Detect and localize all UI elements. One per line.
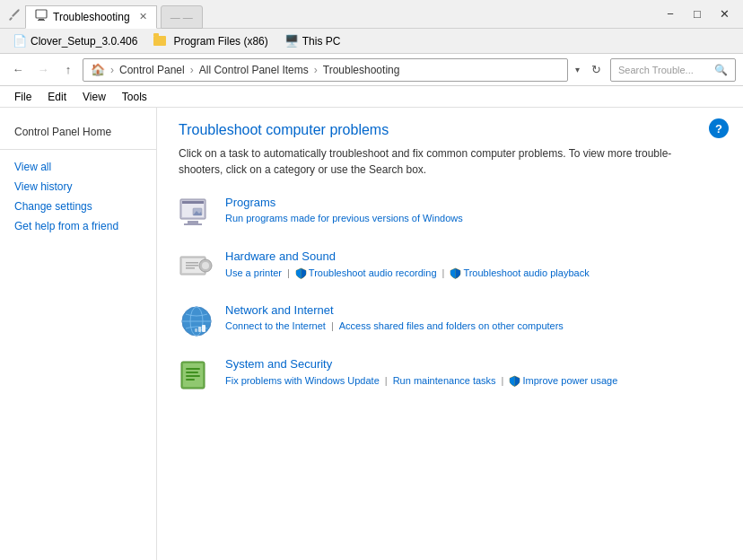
sidebar: Control Panel Home View all View history… <box>0 108 157 560</box>
security-title[interactable]: System and Security <box>225 357 721 371</box>
menu-view[interactable]: View <box>75 89 113 105</box>
bookmark-clover-label: Clover_Setup_3.0.406 <box>31 35 137 48</box>
page-description: Click on a task to automatically trouble… <box>179 145 681 178</box>
menu-file[interactable]: File <box>7 89 39 105</box>
security-info: System and Security Fix problems with Wi… <box>225 357 721 387</box>
category-network: Network and Internet Connect to the Inte… <box>179 303 721 339</box>
address-bar: ← → ↑ 🏠 › Control Panel › All Control Pa… <box>0 54 743 86</box>
menu-tools[interactable]: Tools <box>115 89 154 105</box>
network-link-0[interactable]: Connect to the Internet <box>225 320 326 331</box>
window-controls: − □ ✕ <box>659 3 736 26</box>
refresh-button[interactable]: ↻ <box>585 59 607 81</box>
network-links: Connect to the Internet | Access shared … <box>225 320 721 331</box>
programs-title[interactable]: Programs <box>225 196 721 209</box>
forward-button[interactable]: → <box>32 59 54 81</box>
tab-label: Troubleshooting <box>53 11 130 23</box>
breadcrumb-1: Control Panel <box>119 64 185 76</box>
sidebar-view-history[interactable]: View history <box>0 177 156 197</box>
hardware-info: Hardware and Sound Use a printer | Troub… <box>225 249 721 279</box>
breadcrumb-3: Troubleshooting <box>323 64 400 76</box>
svg-rect-15 <box>186 262 198 264</box>
address-home-icon: 🏠 <box>91 63 105 76</box>
restore-button[interactable]: □ <box>686 3 709 26</box>
minimize-button[interactable]: − <box>659 3 682 26</box>
svg-rect-29 <box>186 375 200 377</box>
sidebar-home-label: Control Panel Home <box>14 126 111 138</box>
svg-rect-28 <box>186 372 198 373</box>
hardware-sep-1: | <box>287 267 290 278</box>
close-button[interactable]: ✕ <box>712 3 736 26</box>
hardware-shield-2 <box>450 267 463 279</box>
svg-rect-24 <box>195 328 197 332</box>
address-right: ▾ ↻ <box>572 59 607 81</box>
svg-rect-1 <box>36 10 47 18</box>
svg-rect-17 <box>186 267 195 269</box>
title-bar: Troubleshooting ✕ — — − □ ✕ <box>0 0 743 29</box>
inactive-tab[interactable]: — — <box>161 5 203 29</box>
svg-rect-8 <box>184 223 202 225</box>
hardware-link-0[interactable]: Use a printer <box>225 267 282 278</box>
hardware-icon <box>179 249 214 285</box>
security-link-2[interactable]: Improve power usage <box>522 375 617 386</box>
breadcrumb-sep-1: › <box>110 64 114 76</box>
window-icon <box>7 7 22 22</box>
sidebar-divider-1 <box>0 149 156 150</box>
hardware-title[interactable]: Hardware and Sound <box>225 249 721 263</box>
search-placeholder: Search Trouble... <box>618 65 694 75</box>
programs-link-0[interactable]: Run programs made for previous versions … <box>225 213 463 223</box>
tab-close-button[interactable]: ✕ <box>139 11 147 22</box>
search-box[interactable]: Search Trouble... 🔍 <box>610 58 736 82</box>
menu-bar: File Edit View Tools <box>0 86 743 108</box>
svg-rect-23 <box>198 327 201 332</box>
address-field[interactable]: 🏠 › Control Panel › All Control Panel It… <box>83 58 568 82</box>
hardware-shield-1 <box>295 267 309 279</box>
hardware-link-2[interactable]: Troubleshoot audio playback <box>463 267 589 278</box>
security-link-1[interactable]: Run maintenance tasks <box>393 375 496 386</box>
security-link-0[interactable]: Fix problems with Windows Update <box>225 375 380 386</box>
svg-rect-30 <box>186 379 195 381</box>
category-hardware: Hardware and Sound Use a printer | Troub… <box>179 249 721 285</box>
active-tab[interactable]: Troubleshooting ✕ <box>25 5 157 29</box>
svg-rect-7 <box>188 221 198 223</box>
network-icon <box>179 303 214 339</box>
security-links: Fix problems with Windows Update | Run m… <box>225 374 721 387</box>
category-security: System and Security Fix problems with Wi… <box>179 357 721 393</box>
breadcrumb-sep-2: › <box>190 64 194 76</box>
network-title[interactable]: Network and Internet <box>225 303 721 317</box>
security-sep-2: | <box>502 375 504 386</box>
breadcrumb-sep-3: › <box>314 64 318 76</box>
file-icon: 📄 <box>13 34 27 48</box>
hardware-links: Use a printer | Troubleshoot audio recor… <box>225 267 721 279</box>
bookmark-program-files-label: Program Files (x86) <box>173 35 267 48</box>
svg-rect-27 <box>186 368 200 370</box>
security-sep-1: | <box>385 375 388 386</box>
tab-icon <box>35 9 48 24</box>
bookmark-clover[interactable]: 📄 Clover_Setup_3.0.406 <box>7 32 143 49</box>
search-icon: 🔍 <box>714 64 728 76</box>
programs-links: Run programs made for previous versions … <box>225 213 721 223</box>
bookmark-this-pc[interactable]: 🖥️ This PC <box>279 32 346 49</box>
sidebar-get-help[interactable]: Get help from a friend <box>0 216 156 236</box>
back-button[interactable]: ← <box>7 59 29 81</box>
hardware-link-1[interactable]: Troubleshoot audio recording <box>309 267 437 278</box>
security-shield <box>509 374 522 387</box>
content-area: ? Troubleshoot computer problems Click o… <box>157 108 743 560</box>
programs-icon <box>179 196 214 232</box>
bookmarks-bar: 📄 Clover_Setup_3.0.406 Program Files (x8… <box>0 29 743 54</box>
network-link-1[interactable]: Access shared files and folders on other… <box>339 320 564 331</box>
hardware-sep-2: | <box>442 267 445 278</box>
main-layout: Control Panel Home View all View history… <box>0 108 743 560</box>
svg-rect-6 <box>182 201 204 204</box>
help-button[interactable]: ? <box>709 118 729 138</box>
sidebar-change-settings[interactable]: Change settings <box>0 197 156 216</box>
menu-edit[interactable]: Edit <box>40 89 74 105</box>
security-icon <box>179 357 214 393</box>
folder-icon <box>153 36 166 46</box>
bookmark-program-files[interactable]: Program Files (x86) <box>148 33 273 49</box>
network-info: Network and Internet Connect to the Inte… <box>225 303 721 331</box>
up-button[interactable]: ↑ <box>57 59 79 81</box>
address-dropdown[interactable]: ▾ <box>572 65 583 74</box>
page-title: Troubleshoot computer problems <box>179 122 721 138</box>
sidebar-control-panel-home[interactable]: Control Panel Home <box>0 118 156 142</box>
sidebar-view-all[interactable]: View all <box>0 157 156 177</box>
